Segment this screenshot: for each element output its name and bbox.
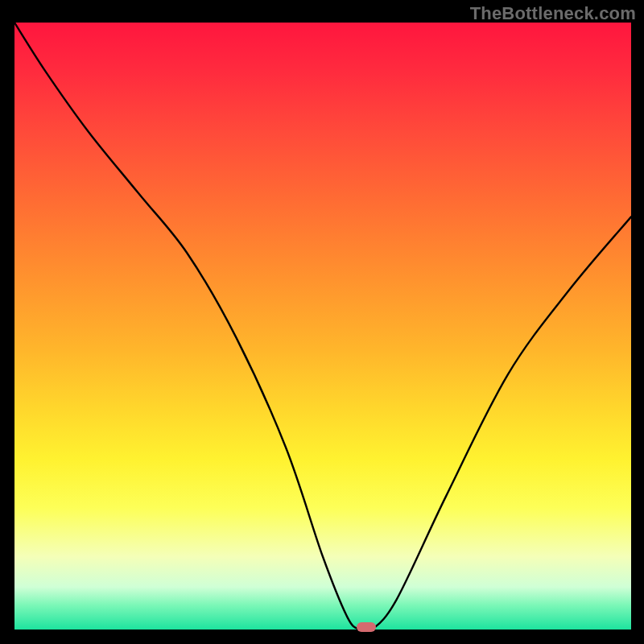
minimum-marker	[357, 622, 376, 632]
plot-area	[14, 23, 631, 630]
bottleneck-line	[14, 23, 631, 630]
chart-frame: TheBottleneck.com	[0, 0, 644, 644]
watermark-text: TheBottleneck.com	[470, 3, 636, 24]
